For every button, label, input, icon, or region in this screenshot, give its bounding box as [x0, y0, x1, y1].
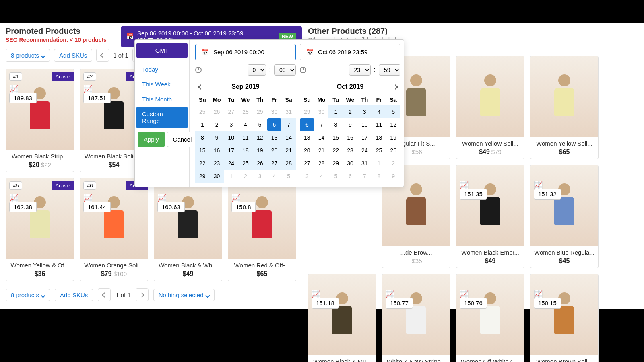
calendar-day[interactable]: 28 [314, 157, 329, 170]
calendar-day[interactable]: 6 [300, 118, 314, 131]
product-card[interactable]: 📈150.15Women Brown Soli...$56$66 [530, 274, 599, 362]
page-prev-button-bottom[interactable] [98, 288, 111, 301]
calendar-day[interactable]: 16 [210, 144, 224, 157]
calendar-day[interactable]: 29 [328, 157, 343, 170]
calendar-day[interactable]: 9 [343, 118, 357, 131]
range-today[interactable]: Today [136, 62, 188, 77]
calendar-day[interactable]: 1 [224, 170, 238, 183]
calendar-day[interactable]: 6 [343, 170, 357, 183]
calendar-day[interactable]: 25 [238, 157, 253, 170]
calendar-day[interactable]: 11 [372, 118, 386, 131]
calendar-day[interactable]: 27 [267, 157, 282, 170]
calendar-day[interactable]: 26 [210, 105, 224, 118]
selection-dropdown[interactable]: Nothing selected [153, 289, 215, 301]
end-hour-select[interactable]: 23 [349, 64, 371, 76]
calendar-day[interactable]: 25 [195, 105, 210, 118]
calendar-day[interactable]: 15 [328, 131, 343, 144]
calendar-day[interactable]: 29 [253, 105, 267, 118]
calendar-day[interactable]: 13 [300, 131, 314, 144]
calendar-day[interactable]: 2 [386, 157, 400, 170]
calendar-day[interactable]: 9 [386, 170, 400, 183]
product-card[interactable]: 📈151.35Women Black Embr...$49 [456, 165, 524, 268]
add-skus-button-bottom[interactable]: Add SKUs [55, 289, 93, 301]
calendar-day[interactable]: 5 [253, 118, 267, 131]
calendar-day[interactable]: 15 [195, 144, 210, 157]
cal-next-button[interactable] [390, 82, 400, 92]
calendar-day[interactable]: 21 [281, 144, 296, 157]
product-card[interactable]: 📈150.76Women Off-White C...$45$50 [456, 274, 524, 362]
calendar-day[interactable]: 12 [386, 118, 400, 131]
calendar-day[interactable]: 27 [224, 105, 238, 118]
product-card[interactable]: 📈151.18Women Black & Mu...$55$60 [308, 274, 376, 362]
calendar-day[interactable]: 3 [357, 105, 372, 118]
calendar-day[interactable]: 23 [343, 144, 357, 157]
product-card[interactable]: 📈150.77White & Navy Stripe...$54$58 [382, 274, 450, 362]
add-skus-button[interactable]: Add SKUs [54, 49, 92, 62]
calendar-day[interactable]: 8 [195, 131, 210, 144]
calendar-day[interactable]: 28 [281, 157, 296, 170]
page-next-button-bottom[interactable] [136, 288, 149, 301]
calendar-day[interactable]: 5 [328, 170, 343, 183]
calendar-day[interactable]: 4 [314, 170, 329, 183]
calendar-day[interactable]: 5 [386, 105, 400, 118]
calendar-day[interactable]: 30 [267, 105, 282, 118]
range-this-week[interactable]: This Week [136, 77, 188, 92]
calendar-day[interactable]: 14 [314, 131, 329, 144]
calendar-day[interactable]: 1 [328, 105, 343, 118]
calendar-day[interactable]: 19 [253, 144, 267, 157]
range-this-month[interactable]: This Month [136, 92, 188, 107]
calendar-day[interactable]: 7 [281, 118, 296, 131]
calendar-day[interactable]: 4 [372, 105, 386, 118]
calendar-day[interactable]: 14 [281, 131, 296, 144]
calendar-day[interactable]: 20 [267, 144, 282, 157]
product-card[interactable]: #5Active📈162.38Women Yellow & Of...$36 [6, 178, 74, 281]
calendar-day[interactable]: 2 [343, 105, 357, 118]
start-date-input[interactable] [213, 49, 290, 56]
end-date-input-wrap[interactable]: 📅 [300, 44, 400, 60]
calendar-day[interactable]: 10 [224, 131, 238, 144]
calendar-day[interactable]: 4 [238, 118, 253, 131]
start-min-select[interactable]: 00 [274, 64, 296, 76]
calendar-day[interactable]: 17 [224, 144, 238, 157]
calendar-day[interactable]: 23 [210, 157, 224, 170]
calendar-day[interactable]: 12 [253, 131, 267, 144]
products-count-dropdown-bottom[interactable]: 8 products [6, 289, 50, 301]
calendar-day[interactable]: 31 [357, 157, 372, 170]
products-count-dropdown[interactable]: 8 products [6, 49, 50, 62]
calendar-day[interactable]: 6 [267, 118, 282, 131]
product-card[interactable]: 📈150.8Women Red & Off-...$65 [228, 178, 296, 281]
calendar-day[interactable]: 13 [267, 131, 282, 144]
calendar-day[interactable]: 18 [372, 131, 386, 144]
calendar-day[interactable]: 1 [195, 118, 210, 131]
product-card[interactable]: Women Yellow Soli...$49$79 [456, 56, 524, 159]
product-card[interactable]: #6Active📈161.44Women Orange Soli...$79$1… [80, 178, 148, 281]
calendar-day[interactable]: 3 [300, 170, 314, 183]
calendar-day[interactable]: 3 [253, 170, 267, 183]
calendar-day[interactable]: 22 [328, 144, 343, 157]
calendar-day[interactable]: 30 [314, 105, 329, 118]
product-card[interactable]: #1Active📈189.83Women Black Strip...$20$2… [6, 69, 74, 172]
calendar-day[interactable]: 29 [195, 170, 210, 183]
calendar-day[interactable]: 4 [267, 170, 282, 183]
end-date-input[interactable] [318, 49, 394, 56]
calendar-day[interactable]: 24 [224, 157, 238, 170]
calendar-day[interactable]: 1 [372, 157, 386, 170]
calendar-day[interactable]: 2 [210, 118, 224, 131]
calendar-day[interactable]: 10 [357, 118, 372, 131]
calendar-day[interactable]: 27 [300, 157, 314, 170]
range-custom[interactable]: Custom Range [136, 107, 188, 128]
calendar-day[interactable]: 5 [281, 170, 296, 183]
calendar-day[interactable]: 26 [386, 144, 400, 157]
start-date-input-wrap[interactable]: 📅 [195, 44, 296, 60]
calendar-day[interactable]: 24 [357, 144, 372, 157]
product-card[interactable]: 📈151.32Women Blue Regula...$45 [530, 165, 599, 268]
calendar-day[interactable]: 22 [195, 157, 210, 170]
calendar-day[interactable]: 31 [281, 105, 296, 118]
calendar-day[interactable]: 16 [343, 131, 357, 144]
calendar-day[interactable]: 18 [238, 144, 253, 157]
calendar-day[interactable]: 8 [372, 170, 386, 183]
calendar-day[interactable]: 26 [253, 157, 267, 170]
timezone-button[interactable]: GMT [136, 43, 188, 58]
calendar-day[interactable]: 30 [343, 157, 357, 170]
calendar-day[interactable]: 11 [238, 131, 253, 144]
